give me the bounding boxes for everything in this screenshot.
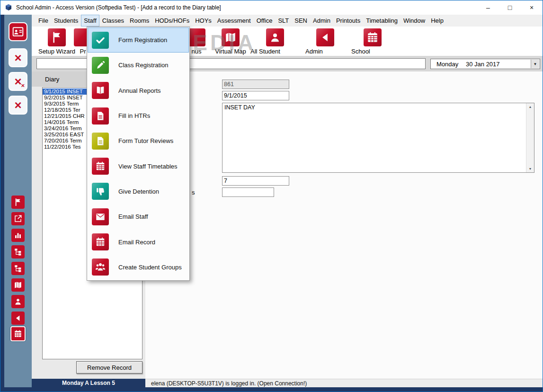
sidebar-button-structure-2[interactable] — [11, 262, 25, 275]
contact-card-icon — [12, 26, 24, 38]
date-label: 30 Jan 2017 — [466, 61, 500, 68]
menu-item-help[interactable]: Help — [428, 15, 446, 27]
menu-item-office[interactable]: Office — [254, 15, 276, 27]
sidebar: × × × × — [4, 15, 32, 387]
diary-panel-title: Diary — [45, 76, 59, 83]
pencil-icon — [95, 60, 106, 71]
chevron-down-icon[interactable]: ▼ — [531, 60, 539, 68]
date-picker[interactable]: Monday 30 Jan 2017 ▼ — [430, 59, 540, 69]
menu-item-email-record[interactable]: Email Record — [88, 229, 189, 254]
menu-item-slt[interactable]: SLT — [275, 15, 292, 27]
document-icon — [95, 136, 106, 146]
menu-item-staff[interactable]: Staff — [81, 15, 99, 27]
minimize-button[interactable]: – — [477, 0, 499, 15]
periods-field[interactable] — [222, 176, 289, 186]
menu-item-window[interactable]: Window — [401, 15, 428, 27]
menu-item-printouts[interactable]: Printouts — [333, 15, 363, 27]
window-frame-bottom — [0, 387, 543, 392]
envelope-icon — [95, 212, 106, 222]
status-lesson: Monday A Lesson 5 — [32, 379, 145, 387]
menu-item-create-student-groups[interactable]: Create Student Groups — [88, 255, 189, 280]
sidebar-button-export[interactable] — [11, 212, 25, 225]
flag-icon — [14, 198, 22, 206]
menu-item-annual-reports[interactable]: Annual Reports — [88, 78, 189, 103]
sidebar-button-close-record[interactable]: × — [9, 96, 27, 115]
record-id-field — [222, 80, 289, 89]
menu-item-fill-in-htrs[interactable]: Fill in HTRs — [88, 103, 189, 128]
menu-item-class-registration[interactable]: Class Registration — [88, 53, 189, 78]
calendar-icon — [95, 237, 106, 247]
org-tree-icon — [14, 264, 22, 273]
calendar-icon — [366, 31, 379, 44]
menu-item-students[interactable]: Students — [51, 15, 81, 27]
menu-item-hoys[interactable]: HOYs — [192, 15, 214, 27]
org-tree-icon — [14, 248, 22, 256]
document-icon — [95, 111, 106, 121]
thumbs-down-icon — [95, 186, 106, 196]
extra-field[interactable] — [222, 187, 274, 197]
day-label: Monday — [436, 61, 466, 68]
menu-item-rooms[interactable]: Rooms — [127, 15, 152, 27]
people-group-icon — [95, 261, 106, 273]
staff-dropdown-menu: Form Registration Class Registration Ann… — [87, 27, 190, 281]
close-button[interactable]: × — [521, 0, 543, 15]
menu-item-admin[interactable]: Admin — [310, 15, 333, 27]
sidebar-button-person[interactable] — [11, 295, 25, 308]
menu-item-email-staff[interactable]: Email Staff — [88, 204, 189, 229]
field-label-fragment: s — [192, 189, 195, 196]
person-icon — [269, 31, 281, 44]
sidebar-button-staff-details[interactable] — [9, 22, 27, 41]
titlebar: School Admin - Access Version (Softpedia… — [0, 0, 543, 15]
sidebar-button-back[interactable] — [11, 312, 25, 325]
sidebar-button-flag[interactable] — [11, 196, 25, 209]
menu-item-sen[interactable]: SEN — [292, 15, 310, 27]
scroll-up-icon[interactable]: ▲ — [526, 103, 534, 110]
menu-item-file[interactable]: File — [36, 15, 51, 27]
menu-item-form-registration[interactable]: Form Registration — [88, 27, 189, 53]
menu-item-assessment[interactable]: Assessment — [214, 15, 254, 27]
remove-record-button[interactable]: Remove Record — [76, 361, 142, 374]
status-message: elena (DESKTOP-S5U3T1V) is logged in. (O… — [145, 379, 543, 387]
menu-item-classes[interactable]: Classes — [99, 15, 127, 27]
bar-chart-icon — [14, 231, 22, 240]
close-x-icon: × — [14, 52, 21, 64]
menu-item-view-staff-timetables[interactable]: View Staff Timetables — [88, 153, 189, 178]
scroll-down-icon[interactable]: ▼ — [526, 165, 534, 172]
calendar-icon — [14, 330, 22, 338]
maximize-button[interactable]: □ — [499, 0, 521, 15]
back-arrow-icon — [14, 314, 22, 322]
map-icon — [14, 281, 22, 289]
map-icon — [224, 31, 237, 44]
sidebar-button-calendar[interactable] — [10, 326, 26, 341]
calendar-icon — [95, 161, 106, 171]
menu-item-give-detention[interactable]: Give Detention — [88, 179, 189, 204]
app-icon — [5, 4, 12, 11]
sidebar-button-close-all[interactable]: × × — [9, 72, 27, 91]
record-date-field[interactable] — [222, 91, 289, 100]
close-x-double-icon: × — [14, 75, 21, 88]
sidebar-button-structure-1[interactable] — [11, 245, 25, 258]
menu-item-form-tutor-reviews[interactable]: Form Tutor Reviews — [88, 128, 189, 153]
close-x-icon: × — [14, 99, 21, 111]
menu-item-timetabling[interactable]: Timetabling — [363, 15, 401, 27]
open-book-icon — [95, 85, 106, 96]
window-frame-left — [0, 15, 4, 388]
back-arrow-icon — [319, 31, 331, 44]
export-icon — [14, 214, 22, 223]
toolbar-item-virtual-map[interactable]: Virtual Map — [213, 28, 248, 55]
window-title: School Admin - Access Version (Softpedia… — [16, 4, 221, 11]
memo-scrollbar[interactable]: ▲ ▼ — [526, 103, 534, 172]
menu-item-hods-hofs[interactable]: HODs/HOFs — [152, 15, 192, 27]
person-icon — [14, 297, 22, 306]
sidebar-button-close-form[interactable]: × — [9, 48, 27, 67]
toolbar-item-label: nus — [192, 48, 202, 55]
toolbar-item-label: Pr — [80, 48, 86, 55]
toolbar-item-label: Virtual Map — [215, 48, 246, 55]
sidebar-button-map[interactable] — [11, 278, 25, 292]
app-window: School Admin - Access Version (Softpedia… — [0, 0, 543, 392]
menubar: File Students Staff Classes Rooms HODs/H… — [32, 15, 543, 27]
record-details-textarea[interactable]: INSET DAY — [222, 103, 534, 173]
sidebar-button-chart[interactable] — [11, 229, 25, 242]
flag-icon — [51, 31, 63, 44]
window-controls: – □ × — [477, 0, 543, 15]
